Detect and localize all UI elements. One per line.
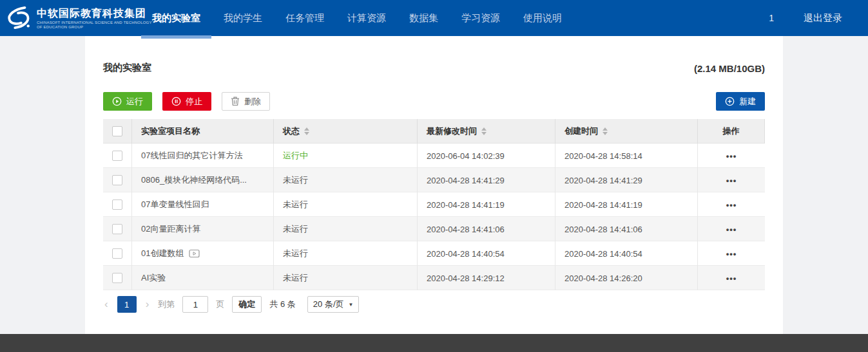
project-name: 01创建数组: [141, 248, 184, 259]
sort-status-icon[interactable]: [304, 127, 309, 135]
row-checkbox[interactable]: [112, 273, 122, 283]
header-cell-action: 操作: [698, 119, 765, 144]
row-cell-action: •••: [698, 192, 765, 217]
lab-table: 实验室项目名称 状态 最新修改时间 创建时间 操作: [103, 119, 765, 290]
top-navbar: 中软国际教育科技集团 CHINASOFT INTERNATIONAL SCIEN…: [0, 0, 868, 36]
next-page-icon[interactable]: ›: [144, 298, 151, 311]
brand-name-en-2: OF EDUCATION GROUP: [37, 25, 152, 30]
nav-right: 1 退出登录: [769, 12, 868, 24]
row-cell-created: 2020-04-28 14:41:29: [555, 168, 698, 192]
modified-time: 2020-04-28 14:41:29: [427, 176, 505, 185]
toolbar: 运行 停止 删除: [103, 92, 765, 111]
prev-page-icon[interactable]: ‹: [103, 298, 110, 311]
row-cell-status: 未运行: [274, 266, 418, 290]
created-time: 2020-04-28 14:26:20: [564, 273, 642, 283]
goto-page-input[interactable]: [182, 296, 208, 313]
page-background: 我的实验室 (2.14 MB/10GB) 运行 停止: [0, 36, 868, 334]
nav-item[interactable]: 我的学生: [224, 0, 262, 36]
logout-link[interactable]: 退出登录: [804, 12, 842, 24]
row-cell-modified: 2020-04-28 14:41:29: [418, 168, 555, 192]
page-size-select[interactable]: 20 条/页 ▼: [307, 296, 360, 313]
table-body: 07线性回归的其它计算方法 运行中 2020-06-04 14:02:39 20…: [103, 144, 765, 290]
row-cell-status: 运行中: [274, 144, 418, 168]
row-cell-name: 02向量距离计算: [132, 217, 274, 241]
nav-item[interactable]: 使用说明: [523, 0, 562, 36]
row-cell-created: 2020-04-28 14:41:19: [555, 192, 698, 217]
page-unit-label: 页: [216, 299, 224, 310]
row-cell-name: 07线性回归的其它计算方法: [132, 144, 274, 168]
nav-item[interactable]: 计算资源: [347, 0, 386, 36]
current-page-button[interactable]: 1: [117, 296, 137, 313]
header-cell-status: 状态: [274, 119, 418, 144]
confirm-page-button[interactable]: 确定: [232, 296, 262, 313]
chinasoft-logo-icon: [6, 6, 31, 30]
row-checkbox[interactable]: [112, 248, 122, 259]
select-all-checkbox[interactable]: [112, 126, 122, 136]
row-cell-select: [103, 266, 132, 290]
column-label-action: 操作: [723, 125, 740, 137]
status-label: 未运行: [283, 199, 308, 210]
header-cell-name: 实验室项目名称: [132, 119, 274, 144]
row-cell-name: AI实验: [132, 266, 274, 290]
row-checkbox[interactable]: [112, 224, 122, 234]
row-cell-modified: 2020-04-28 14:40:54: [418, 241, 555, 266]
row-cell-modified: 2020-04-28 14:41:06: [418, 217, 555, 241]
row-cell-select: [103, 192, 132, 217]
table-row: AI实验 未运行 2020-04-28 14:29:12 2020-04-28 …: [103, 266, 765, 290]
project-name: AI实验: [141, 272, 166, 284]
delete-button[interactable]: 删除: [222, 92, 270, 111]
row-checkbox[interactable]: [112, 175, 122, 185]
header-cell-select: [103, 119, 132, 144]
brand: 中软国际教育科技集团 CHINASOFT INTERNATIONAL SCIEN…: [0, 6, 152, 30]
nav-item[interactable]: 任务管理: [285, 0, 324, 36]
row-actions-button[interactable]: •••: [726, 200, 737, 210]
modified-time: 2020-04-28 14:29:12: [427, 273, 505, 283]
created-time: 2020-04-28 14:41:19: [564, 200, 642, 210]
row-cell-modified: 2020-06-04 14:02:39: [418, 144, 555, 168]
delete-button-label: 删除: [244, 96, 261, 107]
video-tutorial-icon[interactable]: [189, 249, 200, 258]
row-actions-button[interactable]: •••: [726, 151, 737, 161]
project-name: 07单变量线性回归: [141, 199, 209, 210]
row-cell-action: •••: [698, 266, 765, 290]
table-row: 01创建数组 未运行 2020-04-28 14:40:54 2020-04-2…: [103, 241, 765, 266]
row-checkbox[interactable]: [112, 199, 122, 210]
created-time: 2020-04-28 14:41:06: [564, 225, 642, 234]
row-cell-created: 2020-04-28 14:41:06: [555, 217, 698, 241]
row-actions-button[interactable]: •••: [726, 273, 737, 283]
row-cell-select: [103, 241, 132, 266]
row-cell-select: [103, 144, 132, 168]
sort-created-icon[interactable]: [603, 127, 608, 135]
goto-label: 到第: [158, 299, 175, 310]
message-count[interactable]: 1: [769, 13, 774, 23]
status-label: 未运行: [283, 272, 308, 284]
project-name: 0806_模块化神经网络代码...: [141, 174, 247, 186]
play-circle-icon: [112, 97, 122, 106]
sort-modified-icon[interactable]: [481, 127, 487, 135]
stop-button[interactable]: 停止: [162, 92, 211, 111]
row-cell-status: 未运行: [274, 217, 418, 241]
nav-item[interactable]: 我的实验室: [152, 0, 200, 36]
page-header: 我的实验室 (2.14 MB/10GB): [103, 36, 765, 74]
nav-item[interactable]: 学习资源: [461, 0, 500, 36]
row-cell-action: •••: [698, 217, 765, 241]
row-checkbox[interactable]: [112, 151, 122, 161]
total-count-label: 共 6 条: [269, 299, 295, 310]
run-button-label: 运行: [126, 96, 143, 107]
row-cell-select: [103, 217, 132, 241]
row-cell-name: 01创建数组: [132, 241, 274, 266]
created-time: 2020-04-28 14:58:14: [564, 151, 642, 161]
plus-circle-icon: [725, 97, 735, 106]
row-cell-created: 2020-04-28 14:58:14: [555, 144, 698, 168]
create-button[interactable]: 新建: [716, 92, 765, 111]
trash-icon: [231, 97, 240, 106]
row-actions-button[interactable]: •••: [726, 225, 737, 234]
row-actions-button[interactable]: •••: [726, 249, 737, 259]
row-actions-button[interactable]: •••: [726, 176, 737, 185]
row-cell-created: 2020-04-28 14:26:20: [555, 266, 698, 290]
run-button[interactable]: 运行: [103, 92, 152, 111]
table-header-row: 实验室项目名称 状态 最新修改时间 创建时间 操作: [103, 119, 765, 144]
table-row: 07单变量线性回归 未运行 2020-04-28 14:41:19 2020-0…: [103, 192, 765, 217]
row-cell-status: 未运行: [274, 241, 418, 266]
nav-item[interactable]: 数据集: [409, 0, 438, 36]
